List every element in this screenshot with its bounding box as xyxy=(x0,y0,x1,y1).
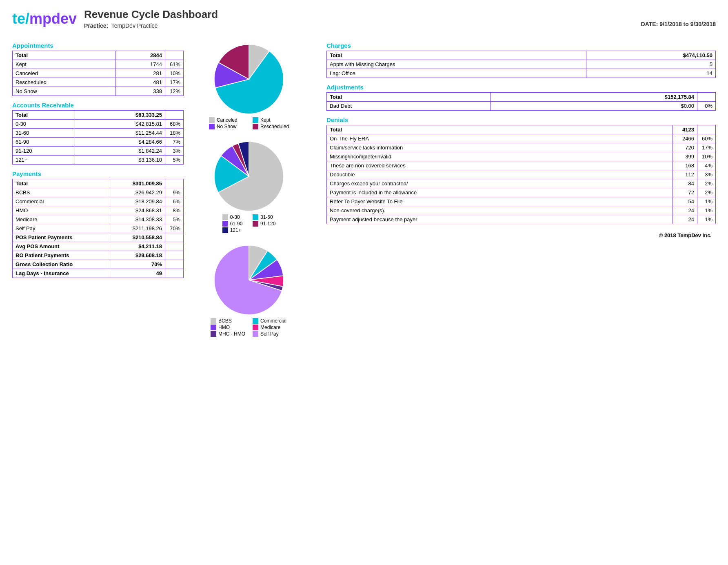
row-value: 54 xyxy=(673,197,697,206)
table-row: Non-covered charge(s).241% xyxy=(327,206,716,215)
legend-item: 61-90 xyxy=(222,221,245,227)
legend-color xyxy=(253,325,258,330)
row-value: 14 xyxy=(586,69,716,78)
row-label: Bad Debt xyxy=(327,102,491,111)
row-label: Gross Collection Ratio xyxy=(13,260,110,269)
ar-pie xyxy=(214,142,284,211)
table-row: Total$301,009.85 xyxy=(13,179,184,188)
row-label: Total xyxy=(13,111,75,120)
legend-label: Medicare xyxy=(260,325,280,330)
row-pct xyxy=(697,125,716,134)
row-value: 399 xyxy=(673,152,697,161)
row-pct xyxy=(165,242,184,251)
row-label: 31-60 xyxy=(13,129,75,138)
table-row: Total$152,175.84 xyxy=(327,93,716,102)
legend-label: 31-60 xyxy=(260,214,273,220)
ar-title: Accounts Receivable xyxy=(12,102,184,109)
row-pct: 68% xyxy=(165,120,184,129)
ar-pie-container: 0-3031-6061-9091-120121+ xyxy=(214,142,284,233)
table-row: Deductible1123% xyxy=(327,170,716,179)
row-pct: 5% xyxy=(165,215,184,224)
legend-color xyxy=(222,214,228,220)
ar-table: Total$63,333.250-30$42,815.8168%31-60$11… xyxy=(12,110,184,165)
row-value: 1744 xyxy=(115,60,165,69)
row-value: $210,558.84 xyxy=(110,233,165,242)
title-block: Revenue Cycle Dashboard Practice: TempDe… xyxy=(84,8,218,29)
row-label: Non-covered charge(s). xyxy=(327,206,673,215)
right-column: Charges Total$474,110.50Appts with Missi… xyxy=(314,36,716,337)
table-row: HMO$24,868.318% xyxy=(13,206,184,215)
table-row: 121+$3,136.105% xyxy=(13,156,184,165)
row-value: 481 xyxy=(115,78,165,87)
row-value: $26,942.29 xyxy=(110,188,165,197)
table-row: Appts with Missing Charges5 xyxy=(327,60,716,69)
table-row: 91-120$1,842.243% xyxy=(13,147,184,156)
table-row: 61-90$4,284.667% xyxy=(13,138,184,147)
ar-pie-legend: 0-3031-6061-9091-120121+ xyxy=(222,214,276,233)
row-pct: 4% xyxy=(697,161,716,170)
table-row: Lag: Office14 xyxy=(327,69,716,78)
row-label: On-The-Fly ERA xyxy=(327,134,673,143)
legend-color xyxy=(222,227,228,233)
legend-item: No Show xyxy=(209,124,245,129)
legend-label: 121+ xyxy=(230,227,241,233)
denials-title: Denials xyxy=(326,116,716,123)
row-value: $211,198.26 xyxy=(110,224,165,233)
row-pct: 3% xyxy=(697,170,716,179)
denials-table: Total4123On-The-Fly ERA246660%Claim/serv… xyxy=(326,125,716,224)
row-label: Lag Days - Insurance xyxy=(13,269,110,278)
row-value: $63,333.25 xyxy=(75,111,165,120)
table-row: BO Patient Payments$29,608.18 xyxy=(13,251,184,260)
row-label: Rescheduled xyxy=(13,78,115,87)
row-pct: 10% xyxy=(165,69,184,78)
table-row: POS Patient Payments$210,558.84 xyxy=(13,233,184,242)
row-pct: 6% xyxy=(165,197,184,206)
legend-label: 0-30 xyxy=(230,214,240,220)
legend-item: Rescheduled xyxy=(253,124,289,129)
row-value: $4,284.66 xyxy=(75,138,165,147)
charges-title: Charges xyxy=(326,42,716,49)
row-label: POS Patient Payments xyxy=(13,233,110,242)
legend-item: Kept xyxy=(253,117,289,123)
left-column: Appointments Total2844Kept174461%Cancele… xyxy=(12,36,184,337)
row-label: Lag: Office xyxy=(327,69,586,78)
logo: te/mpdev xyxy=(12,11,77,26)
payments-table: Total$301,009.85BCBS$26,942.299%Commerci… xyxy=(12,179,184,278)
row-pct: 17% xyxy=(697,143,716,152)
row-value: 281 xyxy=(115,69,165,78)
page-header: te/mpdev Revenue Cycle Dashboard Practic… xyxy=(12,8,716,29)
legend-color xyxy=(253,318,258,324)
table-row: Bad Debt$0.000% xyxy=(327,102,716,111)
legend-label: MHC - HMO xyxy=(218,331,245,337)
row-label: Charges exceed your contracted/ xyxy=(327,179,673,188)
row-label: Payment adjusted because the payer xyxy=(327,215,673,224)
appointments-title: Appointments xyxy=(12,42,184,49)
row-label: 121+ xyxy=(13,156,75,165)
row-label: Payment is included in the allowance xyxy=(327,188,673,197)
date-range: DATE: 9/1/2018 to 9/30/2018 xyxy=(641,21,716,29)
row-label: Deductible xyxy=(327,170,673,179)
row-value: 2466 xyxy=(673,134,697,143)
table-row: Total$63,333.25 xyxy=(13,111,184,120)
row-value: $152,175.84 xyxy=(491,93,697,102)
row-pct: 9% xyxy=(165,188,184,197)
legend-label: No Show xyxy=(217,124,237,129)
row-pct: 1% xyxy=(697,197,716,206)
row-value: $29,608.18 xyxy=(110,251,165,260)
row-pct: 1% xyxy=(697,206,716,215)
legend-color xyxy=(211,331,216,337)
payments-pie xyxy=(214,245,284,315)
legend-label: 61-90 xyxy=(230,221,243,227)
row-label: Refer To Payer Website To File xyxy=(327,197,673,206)
legend-color xyxy=(209,124,215,129)
legend-label: BCBS xyxy=(218,318,232,324)
legend-item: BCBS xyxy=(211,318,245,324)
legend-item: MHC - HMO xyxy=(211,331,245,337)
row-value: 4123 xyxy=(673,125,697,134)
row-pct: 10% xyxy=(697,152,716,161)
logo-slash: / xyxy=(25,10,29,27)
adjustments-title: Adjustments xyxy=(326,84,716,91)
row-pct: 12% xyxy=(165,87,184,96)
row-label: No Show xyxy=(13,87,115,96)
row-pct: 61% xyxy=(165,60,184,69)
